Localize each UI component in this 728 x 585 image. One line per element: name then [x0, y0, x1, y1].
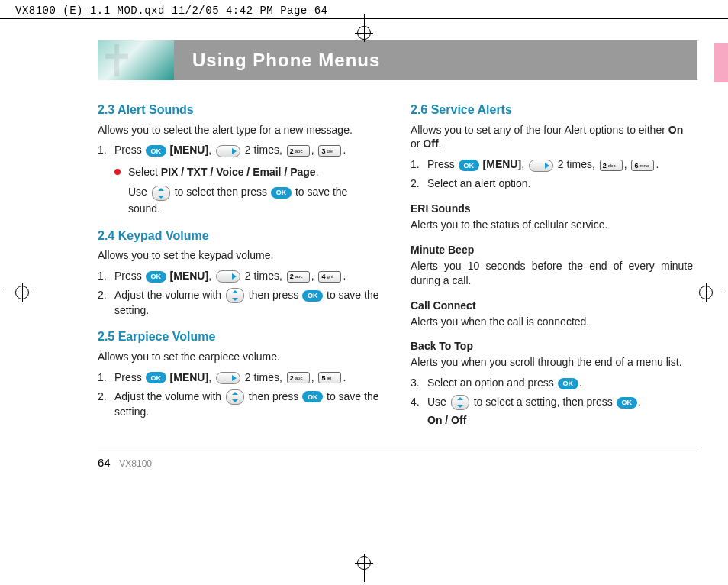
section-title-2-4: 2.4 Keypad Volume	[98, 228, 380, 244]
on-off-label: On / Off	[427, 413, 693, 428]
section-title-2-5: 2.5 Earpiece Volume	[98, 328, 380, 345]
ok-icon: OK	[302, 290, 323, 302]
step-number: 1.	[411, 157, 427, 172]
step-body: Use to select a setting, then press OK. …	[427, 395, 693, 428]
text: Select	[128, 166, 161, 178]
ok-icon: OK	[558, 378, 578, 389]
menu-label: [MENU]	[170, 270, 209, 282]
subhead-back-to-top: Back To Top	[411, 339, 693, 354]
step-number: 2.	[411, 176, 427, 191]
menu-label: [MENU]	[170, 144, 209, 156]
updown-icon	[226, 288, 244, 303]
text: 2 times,	[245, 270, 282, 282]
step-number: 4.	[411, 395, 427, 409]
ok-icon: OK	[146, 145, 166, 157]
step-number: 2.	[98, 288, 114, 302]
ok-icon: OK	[617, 397, 637, 409]
text: to select a setting, then press	[474, 396, 613, 408]
section-intro: Allows you to set the keypad volume.	[98, 248, 380, 263]
crop-mark-right	[699, 286, 725, 299]
nav-right-icon	[216, 270, 240, 283]
step-number: 1.	[98, 370, 114, 385]
step-body: Select an option and press OK.	[427, 376, 693, 390]
right-column: 2.6 Service Alerts Allows you to set any…	[411, 91, 693, 432]
step: 2. Select an alert option.	[411, 176, 693, 191]
banner: Using Phone Menus	[98, 40, 697, 80]
ok-icon: OK	[271, 187, 292, 199]
options-list: PIX / TXT / Voice / Email / Page	[161, 166, 316, 178]
text: then press	[249, 289, 298, 301]
text: 2 times,	[558, 158, 595, 170]
updown-icon	[451, 395, 469, 410]
step: 1. Press OK [MENU], 2 times, 2abc, 3def.	[98, 143, 380, 157]
page-number: 64	[98, 456, 111, 469]
ok-icon: OK	[146, 271, 166, 283]
step-number: 1.	[98, 143, 114, 157]
text: Press	[114, 371, 142, 383]
crop-mark-top	[357, 14, 371, 40]
text: Use	[427, 396, 446, 408]
text: Select an option and press	[427, 377, 554, 389]
step: 1. Press OK [MENU], 2 times, 2abc, 5jkl.	[98, 370, 380, 385]
section-title-2-6: 2.6 Service Alerts	[411, 102, 693, 118]
bullet-body: Select PIX / TXT / Voice / Email / Page.	[128, 165, 380, 179]
off-label: Off	[423, 137, 438, 150]
step-body: Press OK [MENU], 2 times, 2abc, 5jkl.	[114, 370, 380, 385]
nav-right-icon	[529, 160, 553, 172]
subhead-minute: Minute Beep	[411, 243, 693, 257]
text: Press	[114, 270, 142, 282]
text: Press	[427, 158, 455, 170]
updown-icon	[226, 389, 244, 405]
key-2: 2abc	[287, 145, 310, 157]
text: then press	[249, 390, 298, 402]
step-body: Press OK [MENU], 2 times, 2abc, 4ghi.	[114, 269, 380, 283]
nav-right-icon	[216, 145, 240, 157]
step-body: Press OK [MENU], 2 times, 2abc, 6mno.	[427, 157, 693, 172]
on-label: On	[668, 124, 683, 136]
text: or	[411, 137, 423, 150]
bullet-icon	[114, 169, 121, 175]
menu-label: [MENU]	[170, 371, 209, 383]
key-2: 2abc	[600, 160, 623, 171]
ok-icon: OK	[146, 372, 166, 383]
step-body: Adjust the volume with then press OK to …	[114, 389, 380, 419]
step-body: Select an alert option.	[427, 176, 693, 191]
text: Allows you to set any of the four Alert …	[411, 124, 668, 136]
step-number: 1.	[98, 269, 114, 283]
text: Adjust the volume with	[114, 390, 221, 402]
step: 1. Press OK [MENU], 2 times, 2abc, 6mno.	[411, 157, 693, 172]
side-tab	[714, 43, 728, 82]
section-title-2-3: 2.3 Alert Sounds	[98, 102, 380, 118]
key-5: 5jkl	[318, 372, 341, 383]
step-body: Press OK [MENU], 2 times, 2abc, 3def.	[114, 143, 380, 157]
left-column: 2.3 Alert Sounds Allows you to select th…	[98, 91, 380, 432]
key-3: 3def	[318, 145, 341, 157]
step-number: 2.	[98, 389, 114, 404]
key-2: 2abc	[287, 271, 310, 283]
key-4: 4ghi	[318, 271, 341, 283]
bullet-step: Select PIX / TXT / Voice / Email / Page.	[114, 165, 380, 179]
content-columns: 2.3 Alert Sounds Allows you to select th…	[31, 91, 697, 432]
section-intro: Allows you to set the earpiece volume.	[98, 350, 380, 364]
menu-label: [MENU]	[483, 158, 522, 170]
step: 2. Adjust the volume with then press OK …	[98, 389, 380, 419]
step: 3. Select an option and press OK.	[411, 376, 693, 390]
text: Press	[114, 144, 142, 156]
step: 2. Adjust the volume with then press OK …	[98, 288, 380, 318]
model-name: VX8100	[119, 458, 152, 469]
key-6: 6mno	[631, 160, 654, 171]
subtext: Alerts you when you scroll through the e…	[411, 355, 693, 370]
step: 4. Use to select a setting, then press O…	[411, 395, 693, 428]
ok-icon: OK	[459, 160, 479, 171]
sub-instruction: Use to select then press OK to save the …	[128, 184, 380, 216]
step-number: 3.	[411, 376, 427, 390]
page-footer: 64 VX8100	[98, 451, 697, 469]
ok-icon: OK	[302, 391, 323, 402]
section-intro: Allows you to set any of the four Alert …	[411, 123, 693, 152]
text: Adjust the volume with	[114, 289, 221, 301]
subhead-eri: ERI Sounds	[411, 202, 693, 216]
crop-mark-bottom	[357, 556, 371, 582]
step: 1. Press OK [MENU], 2 times, 2abc, 4ghi.	[98, 269, 380, 283]
section-intro: Allows you to select the alert type for …	[98, 123, 380, 137]
subtext: Alerts you when the call is connected.	[411, 315, 693, 329]
